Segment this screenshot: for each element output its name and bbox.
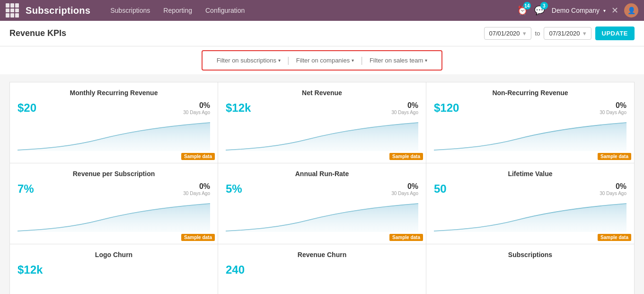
caret-down-icon: ▾ (352, 58, 354, 63)
nav-reporting[interactable]: Reporting (158, 4, 198, 17)
kpi-top-row: 5% 0% 30 Days Ago (226, 182, 418, 196)
kpi-card: Annual Run-Rate 5% 0% 30 Days Ago Sample… (218, 163, 426, 244)
kpi-card: Revenue per Subscription 7% 0% 30 Days A… (10, 163, 218, 244)
kpi-chart (434, 199, 626, 237)
kpi-percent: 0% (600, 101, 626, 110)
kpi-card: Lifetime Value 50 0% 30 Days Ago Sample … (426, 163, 634, 244)
kpi-sublabel: 30 Days Ago (183, 110, 210, 115)
caret-down-icon: ▾ (603, 8, 606, 13)
subheader: Revenue KPIs 07/01/2020 ▾ to 07/31/2020 … (0, 21, 644, 46)
kpi-right: 0% 30 Days Ago (391, 101, 418, 115)
kpi-title: Non-Recurring Revenue (434, 89, 626, 97)
filter-bar: Filter on subscriptions ▾ | Filter on co… (202, 50, 443, 71)
date-from-input[interactable]: 07/01/2020 ▾ (484, 27, 531, 40)
chat-count: 3 (540, 2, 548, 9)
sample-badge: Sample data (181, 153, 215, 160)
app-title: Subscriptions (26, 5, 90, 16)
kpi-top-row: 50 0% 30 Days Ago (434, 182, 626, 196)
kpi-title: Net Revenue (226, 89, 418, 97)
kpi-value: 5% (226, 182, 242, 196)
kpi-value: $120 (434, 101, 459, 115)
kpi-sublabel: 30 Days Ago (600, 191, 626, 196)
kpi-sublabel: 30 Days Ago (183, 191, 210, 196)
kpi-top-row: $20 0% 30 Days Ago (18, 101, 210, 115)
kpi-value: 240 (226, 263, 245, 276)
caret-down-icon: ▾ (278, 58, 281, 63)
avatar[interactable]: 👤 (624, 3, 638, 18)
kpi-top-row: $12k 0% 30 Days Ago (226, 101, 418, 115)
kpi-title: Monthly Recurring Revenue (18, 89, 210, 97)
sample-badge: Sample data (389, 234, 423, 241)
kpi-card: Revenue Churn 240 (218, 244, 426, 294)
kpi-value: $12k (18, 263, 43, 276)
date-to-input[interactable]: 07/31/2020 ▾ (544, 27, 591, 40)
kpi-value: 50 (434, 182, 447, 196)
grid-menu-icon[interactable] (6, 3, 20, 18)
kpi-value: 7% (18, 182, 34, 196)
kpi-chart (226, 118, 418, 156)
sample-badge: Sample data (389, 153, 423, 160)
company-name[interactable]: Demo Company (552, 7, 600, 14)
kpi-right: 0% 30 Days Ago (600, 182, 626, 196)
caret-down-icon: ▾ (583, 30, 586, 37)
filter-companies-button[interactable]: Filter on companies ▾ (291, 55, 359, 66)
kpi-right: 0% 30 Days Ago (183, 182, 210, 196)
kpi-grid: Monthly Recurring Revenue $20 0% 30 Days… (9, 82, 635, 294)
nav-subscriptions[interactable]: Subscriptions (105, 4, 156, 17)
kpi-right: 0% 30 Days Ago (391, 182, 418, 196)
kpi-percent: 0% (183, 101, 210, 110)
kpi-title: Revenue Churn (226, 251, 418, 258)
kpi-value: $12k (226, 101, 251, 115)
kpi-title: Logo Churn (18, 251, 210, 258)
kpi-title: Annual Run-Rate (226, 170, 418, 178)
kpi-top-row: $12k (18, 263, 210, 276)
kpi-percent: 0% (391, 182, 418, 191)
kpi-right: 0% 30 Days Ago (183, 101, 210, 115)
kpi-content: Monthly Recurring Revenue $20 0% 30 Days… (0, 74, 644, 294)
kpi-title: Subscriptions (434, 251, 626, 258)
kpi-card: Subscriptions (426, 244, 634, 294)
sample-badge: Sample data (598, 153, 631, 160)
kpi-sublabel: 30 Days Ago (391, 110, 418, 115)
kpi-percent: 0% (600, 182, 626, 191)
sample-badge: Sample data (598, 234, 631, 241)
clock-badge[interactable]: ⏰ 14 (516, 4, 529, 17)
page-title: Revenue KPIs (9, 28, 66, 38)
kpi-card: Monthly Recurring Revenue $20 0% 30 Days… (10, 82, 218, 163)
kpi-chart (18, 199, 210, 237)
kpi-chart (226, 199, 418, 237)
kpi-card: Non-Recurring Revenue $120 0% 30 Days Ag… (426, 82, 634, 163)
kpi-chart (18, 118, 210, 156)
kpi-top-row: 240 (226, 263, 418, 276)
caret-down-icon: ▾ (523, 30, 526, 37)
kpi-title: Lifetime Value (434, 170, 626, 178)
kpi-chart (434, 118, 626, 156)
kpi-top-row: $120 0% 30 Days Ago (434, 101, 626, 115)
nav-configuration[interactable]: Configuration (200, 4, 250, 17)
filter-sales-team-button[interactable]: Filter on sales team ▾ (365, 55, 432, 66)
close-icon[interactable]: ✕ (611, 5, 618, 16)
caret-down-icon: ▾ (425, 58, 427, 63)
kpi-top-row: 7% 0% 30 Days Ago (18, 182, 210, 196)
kpi-percent: 0% (391, 101, 418, 110)
filter-subscriptions-button[interactable]: Filter on subscriptions ▾ (212, 55, 285, 66)
date-filter: 07/01/2020 ▾ to 07/31/2020 ▾ UPDATE (484, 27, 635, 40)
topnav: Subscriptions Subscriptions Reporting Co… (0, 0, 644, 21)
kpi-percent: 0% (183, 182, 210, 191)
topnav-right: ⏰ 14 💬 3 Demo Company ▾ ✕ 👤 (516, 3, 638, 18)
date-separator: to (535, 30, 540, 37)
kpi-sublabel: 30 Days Ago (391, 191, 418, 196)
kpi-right: 0% 30 Days Ago (600, 101, 626, 115)
kpi-card: Logo Churn $12k (10, 244, 218, 294)
filter-divider-2: | (361, 55, 363, 65)
chat-badge[interactable]: 💬 3 (533, 4, 546, 17)
filter-divider-1: | (287, 55, 290, 65)
kpi-sublabel: 30 Days Ago (600, 110, 626, 115)
filter-bar-wrapper: Filter on subscriptions ▾ | Filter on co… (0, 46, 644, 74)
kpi-card: Net Revenue $12k 0% 30 Days Ago Sample d… (218, 82, 426, 163)
update-button[interactable]: UPDATE (595, 27, 635, 40)
kpi-value: $20 (18, 101, 36, 115)
clock-count: 14 (523, 2, 531, 9)
sample-badge: Sample data (181, 234, 215, 241)
topnav-menu: Subscriptions Reporting Configuration (105, 4, 516, 17)
